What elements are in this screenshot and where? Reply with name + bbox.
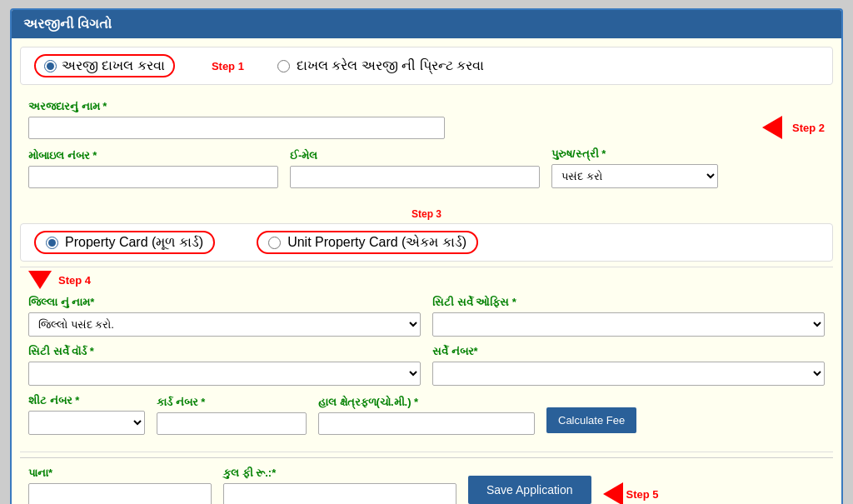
city-survey-ward-label: સિટી સર્વે વૉર્ડ * xyxy=(28,345,421,358)
current-area-input[interactable] xyxy=(318,412,535,435)
step4-arrow-icon xyxy=(28,271,52,289)
city-survey-ward-select[interactable] xyxy=(28,362,421,386)
step2-section: અરજદારનું નામ * Step 2 મોબાઇલ નંબર * ઈ-મ… xyxy=(20,93,833,203)
district-group: જિલ્લા નું નામ* જિલ્લો પસંદ કરો. xyxy=(28,296,421,337)
mobile-label: મોબાઇલ નંબર * xyxy=(28,149,278,162)
card-number-group: કાર્ડ નંબર * xyxy=(157,396,307,435)
total-fee-group: કુલ ફી રૂ.:* xyxy=(223,467,456,504)
applicant-name-group: અરજદારનું નામ * xyxy=(28,100,445,139)
unit-property-card-group: Unit Property Card (એકમ કાર્ડ) xyxy=(257,231,478,254)
city-survey-office-select[interactable] xyxy=(432,312,825,337)
survey-number-group: સર્વે નંબર* xyxy=(432,345,825,386)
survey-number-label: સર્વે નંબર* xyxy=(432,345,825,358)
step5-section: પાના* કુલ ફી રૂ.:* Save Application Step… xyxy=(20,457,833,504)
city-survey-ward-group: સિટી સર્વે વૉર્ડ * xyxy=(28,345,421,386)
step2-arrow-container: Step 2 xyxy=(762,116,825,139)
step4-header: Step 4 xyxy=(28,271,825,289)
property-card-group: Property Card (મૂળ કાર્ડ) xyxy=(34,231,215,254)
current-area-label: હાલ ક્ષેત્રફળ(ચો.મી.) * xyxy=(318,396,535,409)
sheet-number-label: શીટ નંબર * xyxy=(28,394,145,407)
ward-survey-row: સિટી સર્વે વૉર્ડ * સર્વે નંબર* xyxy=(28,345,825,386)
unit-property-card-radio[interactable] xyxy=(268,237,281,249)
total-fee-input[interactable] xyxy=(223,483,456,504)
step1-radio1-label[interactable]: અરજી દાખલ કરવા xyxy=(62,58,165,73)
total-fee-label: કુલ ફી રૂ.:* xyxy=(223,467,456,480)
current-area-group: હાલ ક્ષેત્રફળ(ચો.મી.) * xyxy=(318,396,535,435)
gender-select[interactable]: પસંદ કરો પુરુષ સ્ત્રી xyxy=(551,164,718,188)
mobile-group: મોબાઇલ નંબર * xyxy=(28,149,278,188)
city-survey-office-label: સિટી સર્વે ઓફિસ * xyxy=(432,296,825,309)
mobile-email-gender-row: મોબાઇલ નંબર * ઈ-મેલ પુરુષ/સ્ત્રી * પસંદ … xyxy=(28,147,825,188)
save-button-container: Save Application xyxy=(468,476,591,504)
sheet-number-group: શીટ નંબર * xyxy=(28,394,145,435)
step3-row: Property Card (મૂળ કાર્ડ) Unit Property … xyxy=(20,223,833,262)
sheet-card-area-row: શીટ નંબર * કાર્ડ નંબર * હાલ ક્ષેત્રફળ(ચો… xyxy=(28,394,825,435)
step1-radio2-group: દાખલ કરેલ અરજી ની પ્રિન્ટ કરવા xyxy=(277,58,484,73)
step1-radio2-label[interactable]: દાખલ કરેલ અરજી ની પ્રિન્ટ કરવા xyxy=(297,58,484,73)
step1-radio1-group: અરજી દાખલ કરવા xyxy=(34,54,175,77)
calculate-fee-container: Calculate Fee xyxy=(546,407,636,433)
step3-label: Step 3 xyxy=(20,208,833,220)
district-label: જિલ્લા નું નામ* xyxy=(28,296,421,309)
step4-section: Step 4 જિલ્લા નું નામ* જિલ્લો પસંદ કરો. … xyxy=(20,267,833,452)
email-label: ઈ-મેલ xyxy=(290,149,540,162)
save-application-button[interactable]: Save Application xyxy=(468,476,591,504)
calculate-fee-button[interactable]: Calculate Fee xyxy=(546,407,636,433)
gender-group: પુરુષ/સ્ત્રી * પસંદ કરો પુરુષ સ્ત્રી xyxy=(551,147,718,188)
step1-row: અરજી દાખલ કરવા Step 1 દાખલ કરેલ અરજી ની … xyxy=(20,47,833,85)
applicant-name-label: અરજદારનું નામ * xyxy=(28,100,445,113)
district-office-row: જિલ્લા નું નામ* જિલ્લો પસંદ કરો. સિટી સર… xyxy=(28,296,825,337)
pages-group: પાના* xyxy=(28,467,212,504)
step4-label: Step 4 xyxy=(58,274,91,287)
step5-arrow-container: Step 5 xyxy=(603,482,659,504)
page-header: અરજીની વિગતો xyxy=(12,10,841,38)
email-group: ઈ-મેલ xyxy=(290,149,540,188)
card-number-label: કાર્ડ નંબર * xyxy=(157,396,307,409)
step2-arrow-icon xyxy=(762,116,782,139)
district-select[interactable]: જિલ્લો પસંદ કરો. xyxy=(28,312,421,337)
step1-label: Step 1 xyxy=(212,60,244,72)
main-container: અરજીની વિગતો અરજી દાખલ કરવા Step 1 દાખલ … xyxy=(10,8,843,504)
survey-number-select[interactable] xyxy=(432,362,825,386)
property-card-radio[interactable] xyxy=(46,237,58,249)
step5-arrow-icon xyxy=(603,482,623,504)
mobile-input[interactable] xyxy=(28,166,278,188)
step5-label: Step 5 xyxy=(626,488,659,501)
sheet-number-select[interactable] xyxy=(28,411,145,435)
applicant-name-input[interactable] xyxy=(28,117,445,139)
property-card-label[interactable]: Property Card (મૂળ કાર્ડ) xyxy=(65,235,203,250)
step2-label: Step 2 xyxy=(792,122,825,134)
applicant-name-row: અરજદારનું નામ * Step 2 xyxy=(28,100,825,139)
city-survey-office-group: સિટી સર્વે ઓફિસ * xyxy=(432,296,825,337)
card-number-input[interactable] xyxy=(157,412,307,435)
step1-radio2[interactable] xyxy=(277,60,290,72)
page-title: અરજીની વિગતો xyxy=(23,17,112,31)
pages-label: પાના* xyxy=(28,467,212,480)
gender-label: પુરુષ/સ્ત્રી * xyxy=(551,147,718,161)
email-input[interactable] xyxy=(290,166,540,188)
step1-radio1[interactable] xyxy=(44,60,57,72)
content-area: અરજી દાખલ કરવા Step 1 દાખલ કરેલ અરજી ની … xyxy=(12,38,841,504)
pages-input[interactable] xyxy=(28,483,212,504)
unit-property-card-label[interactable]: Unit Property Card (એકમ કાર્ડ) xyxy=(287,235,466,250)
